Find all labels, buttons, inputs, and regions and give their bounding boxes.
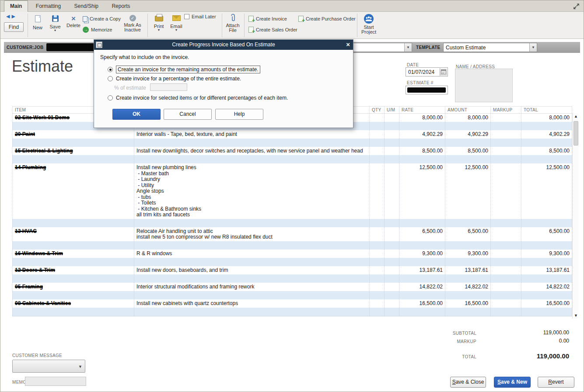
markup-cell[interactable] xyxy=(490,227,521,241)
qty-cell[interactable] xyxy=(369,227,384,241)
create-invoice-button[interactable]: Create Invoice xyxy=(248,14,301,23)
back-arrow-icon[interactable]: ◀ xyxy=(6,14,11,19)
dropdown-arrow-icon[interactable]: ▼ xyxy=(404,43,412,52)
name-address-box[interactable] xyxy=(455,69,513,102)
rate-cell[interactable]: 8,500.00 xyxy=(399,147,445,155)
item-description-cell[interactable]: Relocate Air handling unit to attic inst… xyxy=(134,227,369,241)
create-sales-order-button[interactable]: Create Sales Order xyxy=(248,25,301,34)
um-cell[interactable] xyxy=(384,130,399,139)
header-total[interactable]: TOTAL xyxy=(521,107,572,113)
estimate-number-field[interactable] xyxy=(406,86,448,94)
rate-cell[interactable]: 16,500.00 xyxy=(399,299,445,308)
estimate-table-row[interactable]: 05 FramingInterior structural modificati… xyxy=(12,283,572,291)
email-button[interactable]: Email ▼ xyxy=(168,14,184,31)
date-field[interactable]: 01/07/2024 xyxy=(406,67,448,76)
total-cell[interactable]: 12,500.00 xyxy=(521,163,572,219)
header-rate[interactable]: RATE xyxy=(399,107,445,113)
markup-cell[interactable] xyxy=(490,299,521,308)
customer-message-dropdown[interactable]: ▼ xyxy=(12,360,85,373)
help-button[interactable]: Help xyxy=(215,109,263,120)
total-cell[interactable]: 16,500.00 xyxy=(521,299,572,308)
item-description-cell[interactable]: Interior structural modifications and fr… xyxy=(134,283,369,291)
scroll-up-icon[interactable]: ▲ xyxy=(573,113,579,119)
item-description-cell[interactable]: Install new downlights, decor switches a… xyxy=(134,147,369,155)
amount-cell[interactable]: 16,500.00 xyxy=(445,299,490,308)
um-cell[interactable] xyxy=(384,250,399,258)
item-description-cell[interactable]: R & R windows xyxy=(134,250,369,258)
email-later-option[interactable]: Email Later xyxy=(184,14,224,19)
markup-cell[interactable] xyxy=(490,114,521,122)
qty-cell[interactable] xyxy=(369,266,384,274)
tab-formatting[interactable]: Formatting xyxy=(30,1,66,12)
rate-cell[interactable]: 14,822.02 xyxy=(399,283,445,291)
item-name-cell[interactable]: 16 Windows & Trim xyxy=(12,250,134,258)
item-name-cell[interactable]: 12 Doors & Trim xyxy=(12,266,134,274)
start-project-button[interactable]: Start Project xyxy=(358,14,379,35)
memo-input[interactable] xyxy=(25,377,86,386)
expand-ribbon-icon[interactable] xyxy=(573,3,580,10)
cancel-button[interactable]: Cancel xyxy=(164,109,212,120)
amount-cell[interactable]: 6,500.00 xyxy=(445,227,490,241)
rate-cell[interactable]: 9,300.00 xyxy=(399,250,445,258)
calendar-icon[interactable] xyxy=(440,68,447,76)
save-new-button[interactable]: Save & New xyxy=(494,377,531,388)
amount-cell[interactable]: 8,500.00 xyxy=(445,147,490,155)
rate-cell[interactable]: 8,000.00 xyxy=(399,114,445,122)
total-cell[interactable]: 8,500.00 xyxy=(521,147,572,155)
um-cell[interactable] xyxy=(384,163,399,219)
um-cell[interactable] xyxy=(384,114,399,122)
markup-cell[interactable] xyxy=(490,250,521,258)
radio-remaining-amounts[interactable]: Create an invoice for the remaining amou… xyxy=(108,66,260,73)
estimate-table-row[interactable]: 20 PaintInterior walls - Tape, bed, text… xyxy=(12,130,572,139)
rate-cell[interactable]: 4,902.29 xyxy=(399,130,445,139)
email-later-checkbox[interactable] xyxy=(184,14,189,19)
radio-button-icon[interactable] xyxy=(108,67,113,72)
table-scrollbar[interactable]: ▲ ▼ xyxy=(572,113,579,319)
scrollbar-thumb[interactable] xyxy=(574,121,578,146)
delete-button[interactable]: × Delete xyxy=(65,15,82,28)
estimate-table-row[interactable]: 13 HVACRelocate Air handling unit to att… xyxy=(12,227,572,241)
qty-cell[interactable] xyxy=(369,299,384,308)
item-description-cell[interactable]: Install new doors, baseboards, and trim xyxy=(134,266,369,274)
estimate-table-row[interactable]: 12 Doors & TrimInstall new doors, basebo… xyxy=(12,266,572,274)
header-um[interactable]: U/M xyxy=(384,107,399,113)
header-qty[interactable]: QTY xyxy=(369,107,384,113)
radio-percentage[interactable]: Create invoice for a percentage of the e… xyxy=(108,76,241,82)
rate-cell[interactable]: 6,500.00 xyxy=(399,227,445,241)
ok-button[interactable]: OK xyxy=(112,109,161,120)
amount-cell[interactable]: 12,500.00 xyxy=(445,163,490,219)
total-cell[interactable]: 4,902.29 xyxy=(521,130,572,139)
amount-cell[interactable]: 4,902.29 xyxy=(445,130,490,139)
estimate-table-row[interactable]: 15 Electrical & LightingInstall new down… xyxy=(12,147,572,155)
markup-cell[interactable] xyxy=(490,266,521,274)
qty-cell[interactable] xyxy=(369,163,384,219)
um-cell[interactable] xyxy=(384,147,399,155)
amount-cell[interactable]: 13,187.61 xyxy=(445,266,490,274)
qty-cell[interactable] xyxy=(369,250,384,258)
item-name-cell[interactable]: 14 Plumbing xyxy=(12,163,134,219)
amount-cell[interactable]: 8,000.00 xyxy=(445,114,490,122)
find-button[interactable]: Find xyxy=(4,22,24,32)
markup-cell[interactable] xyxy=(490,147,521,155)
dialog-titlebar[interactable]: Create Progress Invoice Based On Estimat… xyxy=(94,40,353,50)
amount-cell[interactable]: 14,822.02 xyxy=(445,283,490,291)
total-cell[interactable]: 13,187.61 xyxy=(521,266,572,274)
item-name-cell[interactable]: 08 Cabinets & Vanities xyxy=(12,299,134,308)
revert-button[interactable]: Revert xyxy=(538,377,574,388)
estimate-table-row[interactable]: 08 Cabinets & VanitiesInstall new cabine… xyxy=(12,299,572,308)
save-close-button[interactable]: Save & Close xyxy=(450,377,486,388)
new-button[interactable]: New xyxy=(30,15,45,30)
template-dropdown[interactable]: Custom Estimate ▼ xyxy=(443,43,537,52)
email-dropdown-icon[interactable]: ▼ xyxy=(168,29,184,31)
mark-inactive-button[interactable]: ✓ Mark As Inactive xyxy=(122,15,143,32)
qty-cell[interactable] xyxy=(369,147,384,155)
um-cell[interactable] xyxy=(384,227,399,241)
markup-cell[interactable] xyxy=(490,283,521,291)
save-dropdown-icon[interactable]: ▼ xyxy=(48,29,63,32)
find-nav-arrows[interactable]: ◀▶ xyxy=(6,14,17,19)
item-name-cell[interactable]: 13 HVAC xyxy=(12,227,134,241)
header-amount[interactable]: AMOUNT xyxy=(445,107,490,113)
rate-cell[interactable]: 13,187.61 xyxy=(399,266,445,274)
item-description-cell[interactable]: Install new cabinets with quartz counter… xyxy=(134,299,369,308)
dialog-close-icon[interactable]: × xyxy=(346,40,350,49)
